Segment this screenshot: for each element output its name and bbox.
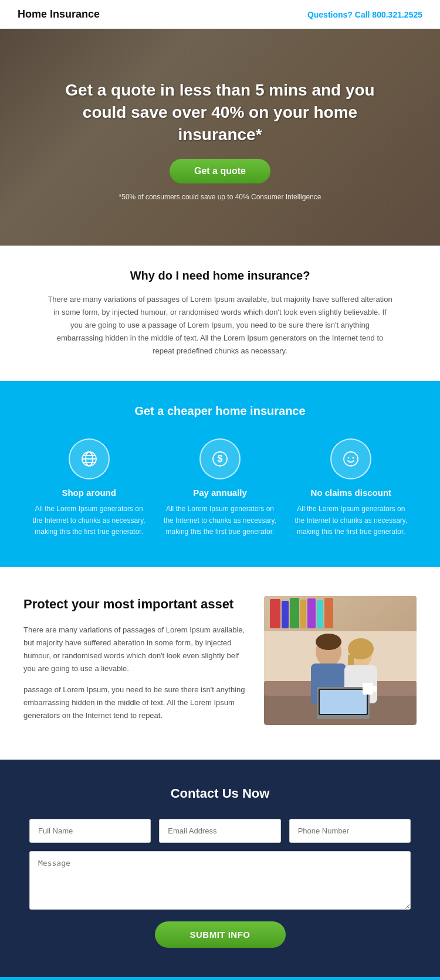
hero-disclaimer: *50% of consumers could save up to 40% C… [119,193,321,201]
svg-rect-17 [317,600,323,628]
why-section: Why do I need home insurance? There are … [0,246,440,381]
feature-desc-2: All the Lorem Ipsum generators on the In… [163,503,276,537]
header-phone: Questions? Call 800.321.2525 [307,10,422,19]
phone-input[interactable] [289,819,411,843]
protect-section: Protect your most important asset There … [0,567,440,760]
submit-row: SUBMIT INFO [29,921,411,948]
feature-label-3: No claims discount [295,488,408,498]
globe-icon [69,438,110,479]
hero-section: Get a quote in less than 5 mins and you … [0,29,440,246]
feature-shop-around: Shop around All the Lorem Ipsum generato… [23,438,154,537]
svg-point-9 [353,457,354,459]
dollar-icon: $ [199,438,241,479]
hero-title: Get a quote in less than 5 mins and you … [47,79,393,145]
submit-button[interactable]: SUBMIT INFO [155,921,286,948]
svg-rect-33 [363,683,373,695]
footer: Copyright © domainname.com. All Rights R… [0,977,440,980]
svg-text:$: $ [218,454,223,464]
svg-point-8 [348,457,350,459]
svg-rect-13 [282,601,289,628]
feature-desc-1: All the Lorem Ipsum generators on the In… [32,503,145,537]
cheaper-title: Get a cheaper home insurance [23,404,417,418]
protect-image [264,596,417,725]
contact-title: Contact Us Now [29,786,411,801]
why-title: Why do I need home insurance? [47,269,393,283]
feature-desc-3: All the Lorem Ipsum generators on the In… [295,503,408,537]
protect-para-2: passage of Lorem Ipsum, you need to be s… [23,683,246,722]
svg-rect-32 [320,690,367,714]
feature-label-2: Pay annually [163,488,276,498]
svg-rect-12 [270,599,280,628]
feature-no-claims: No claims discount All the Lorem Ipsum g… [286,438,417,537]
contact-section: Contact Us Now SUBMIT INFO [0,760,440,977]
svg-point-23 [316,634,341,650]
feature-pay-annually: $ Pay annually All the Lorem Ipsum gener… [154,438,285,537]
protect-text: Protect your most important asset There … [23,596,246,730]
full-name-input[interactable] [29,819,151,843]
site-logo: Home Insurance [18,8,100,21]
email-input[interactable] [159,819,280,843]
phone-number[interactable]: 800.321.2525 [372,10,422,19]
cheaper-section: Get a cheaper home insurance Shop around… [0,381,440,567]
message-textarea[interactable] [29,851,411,910]
phone-label: Questions? Call [307,10,372,19]
svg-rect-34 [373,686,377,692]
header: Home Insurance Questions? Call 800.321.2… [0,0,440,29]
contact-form-row-1 [29,819,411,843]
svg-point-7 [344,452,358,466]
svg-rect-14 [290,598,299,628]
feature-label-1: Shop around [32,488,145,498]
protect-title: Protect your most important asset [23,596,246,613]
svg-rect-18 [324,598,333,628]
get-quote-button[interactable]: Get a quote [170,159,270,183]
protect-para-1: There are many variations of passages of… [23,624,246,675]
why-body: There are many variations of passages of… [47,293,393,358]
features-row: Shop around All the Lorem Ipsum generato… [23,438,417,537]
smile-icon [330,438,371,479]
svg-rect-15 [300,600,306,628]
svg-rect-16 [307,598,316,628]
